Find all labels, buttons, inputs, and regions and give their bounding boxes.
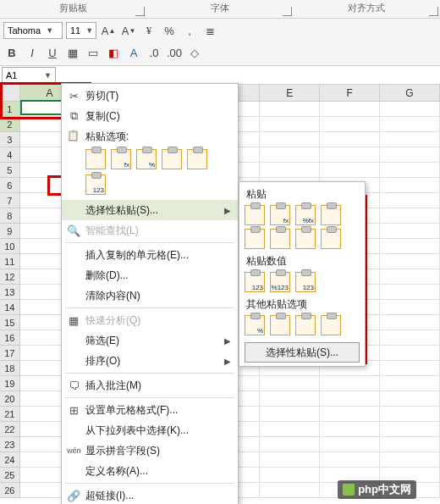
row-header[interactable]: 26 — [0, 483, 20, 498]
cell[interactable] — [260, 376, 320, 391]
grow-font-button[interactable]: A▲ — [100, 22, 117, 39]
cell[interactable] — [260, 437, 320, 452]
paste-special-dialog-button[interactable]: 选择性粘贴(S)... — [245, 342, 360, 363]
quick-analysis-item[interactable]: ▦快速分析(Q) — [62, 310, 238, 330]
select-all-corner[interactable] — [0, 85, 20, 102]
row-header[interactable]: 21 — [0, 407, 20, 422]
row-header[interactable]: 17 — [0, 346, 20, 361]
cell[interactable] — [380, 254, 440, 269]
clear-contents-item[interactable]: 清除内容(N) — [62, 285, 238, 306]
row-header[interactable]: 12 — [0, 269, 20, 285]
paste-option[interactable]: %123 — [270, 272, 290, 292]
row-header[interactable]: 5 — [0, 163, 20, 178]
cell[interactable] — [380, 239, 440, 254]
cell[interactable] — [320, 376, 380, 391]
cell[interactable] — [380, 437, 440, 452]
wrap-text-button[interactable]: ≣ — [201, 22, 218, 39]
row-header[interactable]: 10 — [0, 239, 20, 254]
cell[interactable] — [380, 361, 440, 376]
cell[interactable] — [380, 208, 440, 224]
cell[interactable] — [380, 224, 440, 239]
cell[interactable] — [260, 147, 320, 163]
font-size-select[interactable]: 11▼ — [66, 22, 96, 39]
row-header[interactable]: 22 — [0, 422, 20, 437]
cell[interactable] — [380, 452, 440, 468]
paste-option[interactable] — [295, 315, 316, 335]
row-header[interactable]: 18 — [0, 361, 20, 376]
cell[interactable] — [380, 346, 440, 361]
border-button[interactable]: ▦ — [64, 44, 81, 61]
paste-option[interactable] — [270, 229, 290, 249]
paste-option[interactable] — [85, 149, 106, 169]
increase-decimal-button[interactable]: .00 — [166, 44, 183, 61]
cell[interactable] — [380, 376, 440, 391]
cell[interactable] — [320, 102, 380, 117]
cell[interactable] — [380, 285, 440, 300]
row-header[interactable]: 23 — [0, 437, 20, 452]
cell[interactable] — [320, 452, 380, 468]
row-header[interactable]: 8 — [0, 208, 20, 224]
cell[interactable] — [380, 330, 440, 346]
row-header[interactable]: 20 — [0, 391, 20, 407]
col-header-G[interactable]: G — [380, 85, 440, 102]
show-phonetic-item[interactable]: wén显示拼音字段(S) — [62, 440, 238, 461]
cell[interactable] — [320, 132, 380, 147]
cell[interactable] — [380, 391, 440, 407]
cell[interactable] — [260, 102, 320, 117]
hyperlink-item[interactable]: 🔗超链接(I)... — [62, 485, 238, 504]
row-header[interactable]: 19 — [0, 376, 20, 391]
name-box[interactable]: A1▼ — [2, 67, 56, 84]
define-name-item[interactable]: 定义名称(A)... — [62, 461, 238, 481]
cell[interactable] — [380, 193, 440, 208]
row-header[interactable]: 11 — [0, 254, 20, 269]
paste-option[interactable]: 123 — [245, 272, 265, 292]
cell[interactable] — [380, 407, 440, 422]
paste-special-item[interactable]: 选择性粘贴(S)...▶ — [62, 200, 238, 220]
shrink-font-button[interactable]: A▼ — [120, 22, 137, 39]
paste-option[interactable]: %fx — [295, 205, 316, 225]
paste-option[interactable] — [321, 205, 341, 225]
decrease-decimal-button[interactable]: .0 — [146, 44, 162, 61]
cell[interactable] — [260, 483, 320, 498]
row-header[interactable]: 14 — [0, 300, 20, 315]
paste-option[interactable]: 123 — [85, 174, 106, 195]
insert-copied-cells-item[interactable]: 插入复制的单元格(E)... — [62, 245, 238, 265]
font-color-button[interactable]: A — [125, 44, 142, 61]
cell[interactable] — [260, 468, 320, 483]
cell[interactable] — [320, 391, 380, 407]
cell[interactable] — [320, 147, 380, 163]
cell[interactable] — [260, 452, 320, 468]
paste-option[interactable] — [245, 229, 265, 249]
paste-option[interactable] — [187, 149, 207, 169]
row-header[interactable]: 4 — [0, 147, 20, 163]
cell[interactable] — [380, 147, 440, 163]
delete-item[interactable]: 删除(D)... — [62, 265, 238, 285]
cut-item[interactable]: ✂剪切(T) — [62, 86, 238, 106]
row-header[interactable]: 15 — [0, 315, 20, 330]
sort-item[interactable]: 排序(O)▶ — [62, 351, 238, 371]
fill-color-button[interactable]: ◧ — [105, 44, 122, 61]
paste-option[interactable] — [295, 229, 316, 249]
format-cells-item[interactable]: ⊞设置单元格格式(F)... — [62, 400, 238, 420]
col-header-E[interactable]: E — [260, 85, 320, 102]
bold-button[interactable]: B — [3, 44, 20, 61]
comma-button[interactable]: , — [181, 22, 198, 39]
row-header[interactable]: 1 — [0, 102, 20, 117]
pick-from-list-item[interactable]: 从下拉列表中选择(K)... — [62, 420, 238, 440]
row-header[interactable]: 3 — [0, 132, 20, 147]
filter-item[interactable]: 筛选(E)▶ — [62, 330, 238, 351]
cell[interactable] — [320, 407, 380, 422]
cell[interactable] — [320, 422, 380, 437]
row-header[interactable]: 7 — [0, 193, 20, 208]
paste-option[interactable] — [270, 315, 290, 335]
copy-item[interactable]: ⧉复制(C) — [62, 106, 238, 126]
row-header[interactable]: 25 — [0, 468, 20, 483]
font-name-select[interactable]: Tahoma▼ — [3, 22, 63, 39]
cell[interactable] — [380, 269, 440, 285]
cell[interactable] — [260, 132, 320, 147]
cell[interactable] — [260, 422, 320, 437]
paste-option[interactable]: % — [136, 149, 157, 169]
paste-option[interactable] — [162, 149, 182, 169]
currency-button[interactable]: ¥ — [140, 22, 157, 39]
row-header[interactable]: 24 — [0, 452, 20, 468]
